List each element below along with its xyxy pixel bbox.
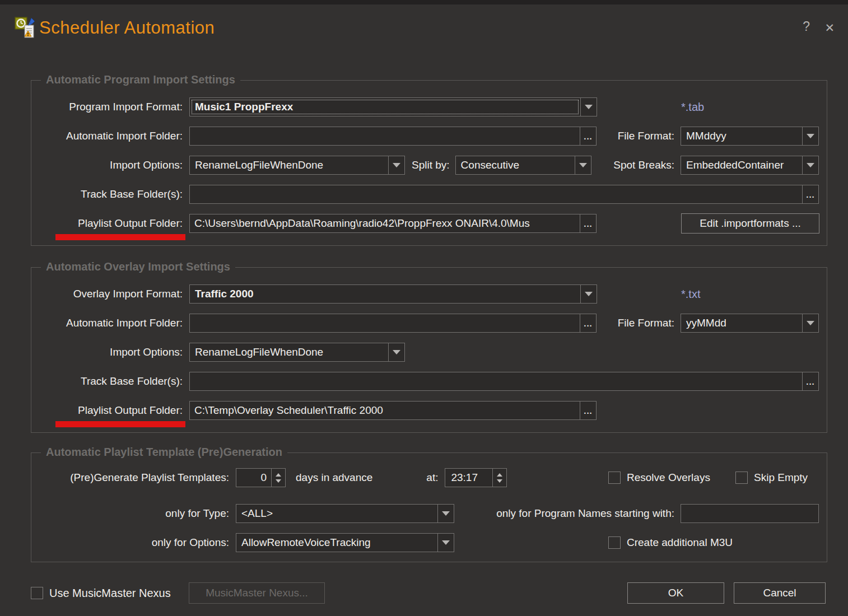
at-label: at:	[426, 472, 438, 484]
only-for-options-dropdown-button[interactable]	[437, 534, 454, 552]
program-file-format-combobox[interactable]: MMddyy	[681, 127, 819, 146]
program-import-format-row: Program Import Format: Music1 ProppFrexx…	[31, 97, 827, 116]
program-auto-folder-browse-button[interactable]: ...	[580, 127, 597, 146]
edit-importformats-button[interactable]: Edit .importformats ...	[681, 213, 819, 234]
only-for-type-combobox[interactable]: <ALL>	[236, 504, 454, 523]
program-track-base-label: Track Base Folder(s):	[31, 188, 183, 200]
program-import-options-value[interactable]: RenameLogFileWhenDone	[190, 156, 388, 174]
chevron-down-icon	[585, 105, 593, 109]
split-by-value[interactable]: Consecutive	[456, 156, 575, 174]
program-output-folder-browse-button[interactable]: ...	[580, 214, 597, 233]
only-for-type-dropdown-button[interactable]	[437, 505, 454, 522]
program-import-format-combobox[interactable]: Music1 ProppFrexx	[189, 97, 597, 116]
program-import-options-label: Import Options:	[31, 159, 183, 171]
program-output-folder-label: Playlist Output Folder:	[31, 217, 183, 230]
spot-breaks-combobox[interactable]: EmbeddedContainer	[681, 156, 819, 175]
chevron-down-icon	[393, 350, 400, 354]
resolve-overlays-label: Resolve Overlays	[627, 472, 710, 484]
overlay-track-base-browse-button[interactable]: ...	[802, 372, 819, 391]
time-stepper[interactable]: 23:17	[445, 468, 507, 487]
program-file-format-value[interactable]: MMddyy	[681, 127, 802, 145]
program-import-format-value[interactable]: Music1 ProppFrexx	[190, 98, 580, 116]
overlay-file-format-cluster: File Format: yyMMdd	[618, 314, 819, 333]
days-in-advance-value[interactable]: 0	[236, 468, 272, 487]
only-for-type-row: only for Type: <ALL> only for Program Na…	[31, 504, 827, 523]
overlay-file-format-combobox[interactable]: yyMMdd	[681, 314, 819, 333]
program-output-folder-input[interactable]: C:\Users\bernd\AppData\Roaming\radio42\P…	[189, 214, 580, 233]
overlay-output-folder-label: Playlist Output Folder:	[31, 404, 183, 417]
resolve-overlays-option: Resolve Overlays	[608, 468, 710, 487]
spot-breaks-label: Spot Breaks:	[613, 159, 674, 171]
overlay-import-group: Automatic Overlay Import Settings Overla…	[31, 267, 827, 433]
overlay-output-folder-browse-button[interactable]: ...	[580, 401, 597, 420]
skip-empty-checkbox[interactable]	[735, 472, 748, 484]
overlay-auto-folder-input[interactable]	[189, 314, 580, 333]
program-auto-folder-input[interactable]	[189, 127, 580, 146]
resolve-overlays-checkbox[interactable]	[608, 472, 621, 484]
program-import-options-combobox[interactable]: RenameLogFileWhenDone	[189, 156, 405, 175]
overlay-import-options-dropdown-button[interactable]	[388, 343, 404, 361]
overlay-import-format-row: Overlay Import Format: Traffic 2000 *.tx…	[31, 284, 827, 304]
program-import-format-dropdown-button[interactable]	[580, 98, 597, 116]
overlay-import-options-combobox[interactable]: RenameLogFileWhenDone	[189, 343, 405, 362]
overlay-import-options-value[interactable]: RenameLogFileWhenDone	[190, 343, 388, 361]
overlay-track-base-input[interactable]	[189, 372, 803, 391]
spinner-up-icon	[497, 473, 502, 477]
days-stepper-buttons[interactable]	[271, 468, 286, 487]
program-import-group-title: Automatic Program Import Settings	[41, 73, 240, 86]
overlay-file-format-label: File Format:	[618, 317, 674, 329]
program-names-label: only for Program Names starting with:	[496, 507, 674, 520]
overlay-auto-folder-label: Automatic Import Folder:	[31, 317, 183, 329]
overlay-import-format-value[interactable]: Traffic 2000	[190, 285, 580, 303]
use-nexus-option: Use MusicMaster Nexus	[31, 582, 171, 604]
program-file-format-dropdown-button[interactable]	[802, 127, 818, 145]
time-stepper-buttons[interactable]	[492, 468, 507, 487]
program-import-group: Automatic Program Import Settings Progra…	[31, 80, 827, 246]
program-track-base-input[interactable]	[189, 185, 803, 204]
days-in-advance-stepper[interactable]: 0	[236, 468, 286, 487]
program-import-options-dropdown-button[interactable]	[388, 156, 404, 174]
create-m3u-checkbox[interactable]	[608, 536, 621, 549]
overlay-import-format-combobox[interactable]: Traffic 2000	[189, 284, 597, 304]
overlay-file-format-value[interactable]: yyMMdd	[681, 314, 802, 332]
template-generation-group-title: Automatic Playlist Template (Pre)Generat…	[41, 446, 287, 459]
only-for-type-value[interactable]: <ALL>	[236, 505, 437, 522]
spot-breaks-value[interactable]: EmbeddedContainer	[681, 156, 802, 174]
overlay-import-format-dropdown-button[interactable]	[580, 285, 597, 303]
overlay-output-folder-input[interactable]: C:\Temp\Overlay Scheduler\Traffic 2000	[189, 401, 580, 420]
chevron-down-icon	[807, 134, 814, 138]
time-value[interactable]: 23:17	[445, 468, 493, 487]
create-m3u-option: Create additional M3U	[608, 533, 733, 552]
overlay-file-format-dropdown-button[interactable]	[802, 314, 818, 332]
overlay-import-group-title: Automatic Overlay Import Settings	[41, 260, 235, 273]
overlay-auto-folder-browse-button[interactable]: ...	[580, 314, 597, 333]
only-for-options-row: only for Options: AllowRemoteVoiceTracki…	[31, 533, 827, 552]
program-file-format-cluster: File Format: MMddyy	[618, 127, 819, 146]
program-output-folder-row: Playlist Output Folder: C:\Users\bernd\A…	[31, 214, 827, 233]
titlebar-edge	[0, 0, 848, 4]
only-for-options-label: only for Options:	[31, 536, 229, 549]
close-button[interactable]: ✕	[824, 22, 835, 34]
program-output-folder-underline	[55, 234, 185, 240]
only-for-type-label: only for Type:	[31, 507, 229, 520]
nexus-settings-button: MusicMaster Nexus...	[189, 582, 325, 604]
scheduler-automation-dialog: Scheduler Automation ? ✕ Automatic Progr…	[0, 0, 848, 616]
cancel-button[interactable]: Cancel	[734, 582, 826, 604]
only-for-options-value[interactable]: AllowRemoteVoiceTracking	[236, 534, 437, 552]
use-nexus-checkbox[interactable]	[31, 587, 43, 599]
spinner-up-icon	[276, 473, 281, 477]
create-m3u-label: Create additional M3U	[627, 536, 733, 549]
overlay-track-base-row: Track Base Folder(s): ...	[31, 372, 827, 391]
ok-button[interactable]: OK	[627, 582, 724, 604]
spot-breaks-cluster: Spot Breaks: EmbeddedContainer	[613, 156, 819, 175]
split-by-dropdown-button[interactable]	[575, 156, 591, 174]
help-button[interactable]: ?	[803, 20, 810, 33]
program-track-base-browse-button[interactable]: ...	[802, 185, 819, 204]
split-by-combobox[interactable]: Consecutive	[455, 156, 591, 175]
days-in-advance-label: days in advance	[296, 472, 372, 484]
program-names-input[interactable]	[681, 504, 819, 523]
overlay-auto-folder-row: Automatic Import Folder: ... File Format…	[31, 314, 827, 333]
spot-breaks-dropdown-button[interactable]	[802, 156, 818, 174]
only-for-options-combobox[interactable]: AllowRemoteVoiceTracking	[236, 533, 454, 552]
chevron-down-icon	[807, 321, 814, 325]
